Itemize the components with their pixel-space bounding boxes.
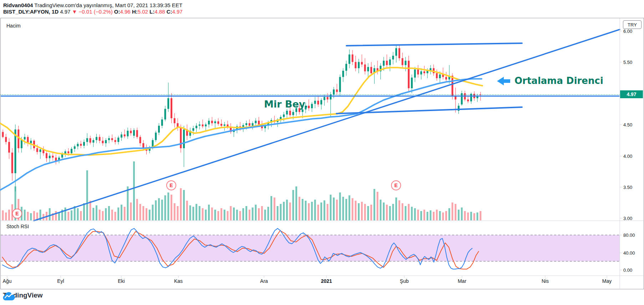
candle-body [333, 90, 335, 95]
time-axis-label-Ağu[interactable]: Ağu [3, 278, 12, 284]
chart-canvas[interactable]: EEE [0, 0, 644, 305]
time-axis-label-Ara[interactable]: Ara [260, 278, 268, 284]
volume-bar [140, 204, 141, 220]
candle-body [258, 121, 260, 125]
candle-body [289, 111, 291, 115]
candle-body [439, 75, 441, 79]
volume-bar [320, 202, 322, 220]
volume-pane-label[interactable]: Hacim [6, 23, 21, 29]
time-axis-label-Mar[interactable]: Mar [458, 278, 466, 284]
price-axis-label[interactable]: 3.50 [623, 185, 632, 190]
volume-bar [480, 211, 481, 220]
price-axis-label[interactable]: 6.00 [623, 29, 632, 34]
volume-bar [164, 195, 166, 220]
candle-body [283, 115, 285, 117]
time-axis-label-Şub[interactable]: Şub [400, 278, 409, 284]
candle-body [424, 71, 425, 73]
ortalama-direnci-annotation[interactable]: Ortalama Direnci [514, 75, 603, 86]
candle-body [96, 137, 97, 140]
price-axis-label[interactable]: 0.00 [623, 268, 632, 273]
candle-body [355, 62, 356, 69]
volume-bar [464, 211, 466, 220]
time-axis-label-May[interactable]: May [602, 278, 612, 284]
candle-body [11, 152, 13, 173]
candle-body [336, 90, 338, 92]
time-axis-label-Nis[interactable]: Nis [542, 278, 549, 284]
tradingview-logo[interactable]: TradingView [3, 291, 43, 299]
volume-bar [386, 205, 388, 220]
volume-bar [308, 203, 310, 220]
volume-bar [427, 212, 429, 220]
currency-badge[interactable]: TRY [623, 20, 642, 29]
volume-bar [336, 200, 338, 220]
candle-body [115, 140, 116, 142]
candle-body [361, 62, 363, 65]
long-uptrend-trendline[interactable] [34, 30, 620, 221]
volume-bar [196, 204, 197, 220]
volume-bar [299, 197, 300, 220]
volume-bar [405, 206, 406, 220]
volume-bar [236, 210, 238, 220]
candle-body [199, 125, 201, 126]
volume-bar [83, 203, 85, 220]
volume-bar [345, 199, 347, 220]
volume-bar [436, 210, 438, 220]
candle-body [292, 112, 294, 115]
candle-body [252, 123, 254, 126]
volume-bar [167, 192, 169, 220]
candle-body [124, 135, 126, 136]
volume-bar [136, 199, 138, 220]
volume-bar [258, 208, 260, 220]
candle-body [367, 67, 369, 71]
candle-body [99, 137, 101, 141]
volume-bar [277, 206, 279, 220]
price-axis-label[interactable]: 40.00 [623, 250, 635, 256]
volume-bar [121, 205, 122, 220]
candle-body [324, 97, 325, 100]
candle-body [389, 60, 391, 65]
upper-channel-trendline[interactable] [346, 43, 522, 46]
volume-bar [192, 207, 194, 220]
candle-body [314, 101, 316, 104]
volume-bar [395, 198, 397, 220]
candle-body [383, 61, 385, 66]
volume-bar [283, 202, 285, 220]
candle-body [36, 148, 38, 152]
volume-bar [111, 210, 113, 220]
price-axis-label[interactable]: 4.50 [623, 122, 632, 128]
volume-bar [370, 205, 372, 220]
candle-body [180, 128, 182, 148]
volume-bar [224, 210, 225, 220]
left-arrow-icon[interactable] [497, 77, 510, 85]
price-axis-label[interactable]: 3.00 [623, 216, 632, 221]
volume-bar [242, 208, 244, 220]
candle-body [52, 156, 54, 158]
volume-bar [80, 211, 82, 220]
candle-body [86, 138, 88, 142]
volume-bar [420, 211, 422, 220]
volume-bar [374, 189, 375, 220]
candle-body [345, 64, 347, 71]
volume-bar [86, 170, 88, 220]
price-axis-label[interactable]: 80.00 [623, 232, 635, 238]
price-axis-label[interactable]: 5.50 [623, 60, 632, 65]
mir-bey-annotation[interactable]: Mir Bey. [264, 99, 308, 110]
volume-bar [58, 212, 60, 220]
candle-body [121, 135, 122, 138]
volume-bar [249, 210, 250, 220]
volume-bar [227, 211, 229, 220]
volume-bar [146, 208, 147, 220]
time-axis-label-Eki[interactable]: Eki [118, 278, 125, 284]
stoch-rsi-pane-label[interactable]: Stoch RSI [6, 224, 29, 229]
candle-body [470, 94, 472, 101]
volume-bar [8, 210, 10, 220]
price-axis-label[interactable]: 4.00 [623, 154, 632, 159]
volume-bar [214, 210, 216, 220]
time-axis-label-2021[interactable]: 2021 [321, 278, 332, 284]
time-axis-label-Eyl[interactable]: Eyl [57, 278, 64, 284]
volume-bar [292, 190, 294, 220]
time-axis-label-Kas[interactable]: Kas [174, 278, 183, 284]
candle-body [67, 151, 69, 153]
blue-ma-line[interactable] [0, 79, 482, 190]
volume-bar [445, 211, 447, 220]
